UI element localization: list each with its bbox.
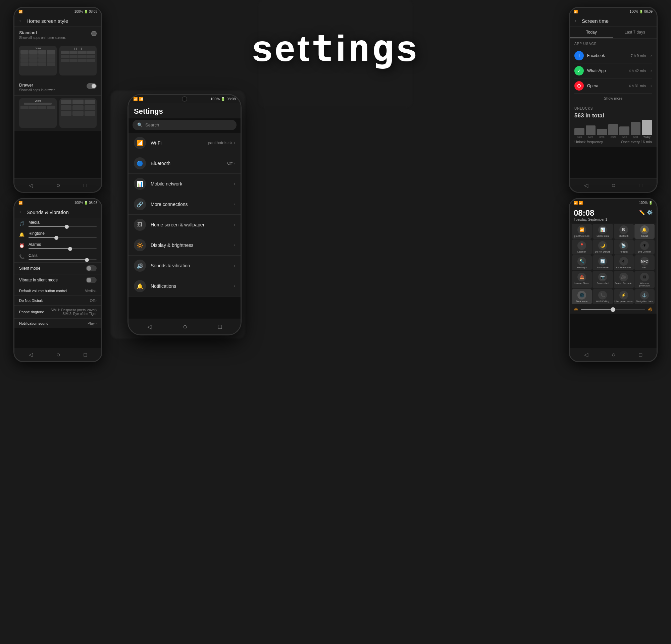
br-signal: 📶 📶 <box>574 201 583 205</box>
bl-battery: 100% 🔋 08:08 <box>75 201 97 205</box>
search-bar[interactable]: 🔍 Search <box>132 120 237 130</box>
qs-dark-mode[interactable]: 🌑 Dark mode <box>572 289 592 304</box>
standard-radio[interactable] <box>91 31 97 36</box>
qs-screenshot[interactable]: 📷 Screenshot <box>593 271 612 288</box>
unlock-freq-row: Unlock frequency Once every 16 min <box>574 140 652 144</box>
sounds-label: Sounds & vibration <box>151 263 234 268</box>
qs-nav-dock[interactable]: ⚓ Navigation dock <box>634 289 655 304</box>
tr-title: Screen time <box>582 18 609 24</box>
qs-huawei-share[interactable]: 📤 Huawei Share <box>572 271 592 288</box>
display-icon: 🔆 <box>134 239 146 251</box>
preview-standard-2: ⋮⋮⋮⋮ <box>59 46 97 76</box>
qs-airplane[interactable]: ✈ Airplane mode <box>613 255 634 270</box>
home-wallpaper-icon: 🖼 <box>134 219 146 231</box>
nav-back-br[interactable]: ◁ <box>584 351 588 358</box>
qs-wifi[interactable]: 📶 granithotels.sk <box>572 224 592 239</box>
whatsapp-icon: ✓ <box>574 66 584 76</box>
tl-title: Home screen style <box>26 18 68 24</box>
whatsapp-row[interactable]: ✓ WhatsApp 4 h 42 min › <box>574 63 652 78</box>
more-connections-item[interactable]: 🔗 More connections › <box>128 194 241 215</box>
vibrate-silent-label: Vibrate in silent mode <box>19 278 58 282</box>
show-more-button[interactable]: Show more <box>574 93 652 103</box>
unlocks-section: UNLOCKS 563 in total 8/26 8/27 8/28 <box>574 107 652 144</box>
tl-back-arrow[interactable]: ← <box>18 18 24 24</box>
qs-dnd[interactable]: 🌙 Do Not Disturb <box>593 240 612 255</box>
more-connections-label: More connections <box>151 202 234 207</box>
nav-back-center[interactable]: ◁ <box>147 323 152 331</box>
tr-signal: 📶 <box>574 10 578 13</box>
vibrate-silent-toggle[interactable] <box>86 277 97 283</box>
media-icon: 🎵 <box>19 221 25 226</box>
nav-home-br[interactable]: ○ <box>612 351 616 359</box>
more-connections-icon: 🔗 <box>134 198 146 210</box>
qs-wireless-proj[interactable]: 🖥 Wireless projection <box>634 271 655 288</box>
qs-wifi-calling[interactable]: 📞 Wi-Fi Calling <box>593 289 612 304</box>
nav-home-tl[interactable]: ○ <box>56 181 60 189</box>
display-item[interactable]: 🔆 Display & brightness › <box>128 235 241 256</box>
more-connections-arrow: › <box>234 202 235 207</box>
bl-back-arrow[interactable]: ← <box>18 209 24 215</box>
qs-screen-recorder[interactable]: 🎥 Screen Recorder <box>613 271 634 288</box>
nav-home-tr[interactable]: ○ <box>612 181 616 189</box>
qs-mobile-data[interactable]: 📊 Mobile data <box>593 224 612 239</box>
mobile-network-item[interactable]: 📊 Mobile network › <box>128 174 241 194</box>
app-usage-section-label: APP USAGE <box>574 42 652 46</box>
nav-back-tr[interactable]: ◁ <box>584 182 588 189</box>
signal-icons: 📶 📶 <box>133 97 143 101</box>
qs-location[interactable]: 📍 Location <box>572 240 592 255</box>
drawer-toggle[interactable] <box>87 83 97 89</box>
notifications-icon: 🔔 <box>134 280 146 292</box>
home-wallpaper-arrow: › <box>234 222 235 227</box>
nav-recents-tl[interactable]: □ <box>84 182 87 189</box>
nav-back-bl[interactable]: ◁ <box>29 351 33 358</box>
qs-nfc[interactable]: NFC NFC <box>634 255 655 270</box>
bottom-left-phone: 📶 100% 🔋 08:08 ← Sounds & vibration 🎵 Me… <box>13 198 102 362</box>
default-volume-value: Media › <box>85 289 97 293</box>
qs-edit-icon[interactable]: ✏️ <box>639 210 645 215</box>
nav-recents-tr[interactable]: □ <box>639 182 642 189</box>
nav-recents-br[interactable]: □ <box>639 352 642 358</box>
silent-mode-toggle[interactable] <box>86 265 97 271</box>
tab-today[interactable]: Today <box>570 27 613 38</box>
qs-sound[interactable]: 🔔 Sound <box>634 224 655 239</box>
unlocks-label: UNLOCKS <box>574 107 652 110</box>
facebook-row[interactable]: f Facebook 7 h 9 min › <box>574 48 652 63</box>
nav-recents-bl[interactable]: □ <box>84 352 87 358</box>
opera-icon: O <box>574 81 584 91</box>
search-icon: 🔍 <box>137 123 142 127</box>
sounds-arrow: › <box>234 263 235 268</box>
brightness-high-icon: 🔆 <box>648 307 653 312</box>
nav-recents-center[interactable]: □ <box>218 323 222 331</box>
nav-back-tl[interactable]: ◁ <box>29 182 33 189</box>
wifi-label: Wi-Fi <box>151 140 207 145</box>
nav-home-bl[interactable]: ○ <box>56 351 60 359</box>
whatsapp-time: 4 h 42 min <box>629 69 646 73</box>
notifications-label: Notifications <box>151 283 234 289</box>
qs-settings-icon[interactable]: ⚙️ <box>647 210 653 215</box>
tl-signal: 📶 <box>18 10 23 13</box>
notification-sound-value: Play › <box>88 321 97 325</box>
drawer-desc: Show all apps in drawer. <box>19 88 55 92</box>
notifications-item[interactable]: 🔔 Notifications › <box>128 276 241 297</box>
wifi-arrow: › <box>234 141 235 145</box>
qs-bluetooth[interactable]: B Bluetooth <box>613 224 634 239</box>
tr-back-arrow[interactable]: ← <box>574 18 579 24</box>
tab-last7[interactable]: Last 7 days <box>613 27 657 38</box>
opera-row[interactable]: O Opera 4 h 31 min › <box>574 78 652 93</box>
qs-autorotate[interactable]: 🔄 Auto-rotate <box>593 255 612 270</box>
mobile-network-arrow: › <box>234 181 235 186</box>
ringtone-icon: 🔔 <box>19 232 25 237</box>
qs-eye-comfort[interactable]: 👁 Eye Comfort <box>634 240 655 255</box>
qs-time: 08:08 <box>574 208 607 218</box>
sounds-item[interactable]: 🔊 Sounds & vibration › <box>128 256 241 276</box>
nav-home-center[interactable]: ○ <box>183 322 187 331</box>
settings-title: Settings <box>128 103 241 118</box>
brightness-control[interactable]: 🔅 🔆 <box>570 305 657 313</box>
qs-flashlight[interactable]: 🔦 Flashlight <box>572 255 592 270</box>
wifi-item[interactable]: 📶 Wi-Fi granithotels.sk › <box>128 133 241 153</box>
bluetooth-item[interactable]: 🔵 Bluetooth Off › <box>128 153 241 174</box>
home-wallpaper-item[interactable]: 🖼 Home screen & wallpaper › <box>128 215 241 235</box>
qs-hotspot[interactable]: 📡 Hotspot <box>613 240 634 255</box>
qs-ultra-power[interactable]: ⚡ Ultra power saver <box>613 289 634 304</box>
display-arrow: › <box>234 243 235 247</box>
